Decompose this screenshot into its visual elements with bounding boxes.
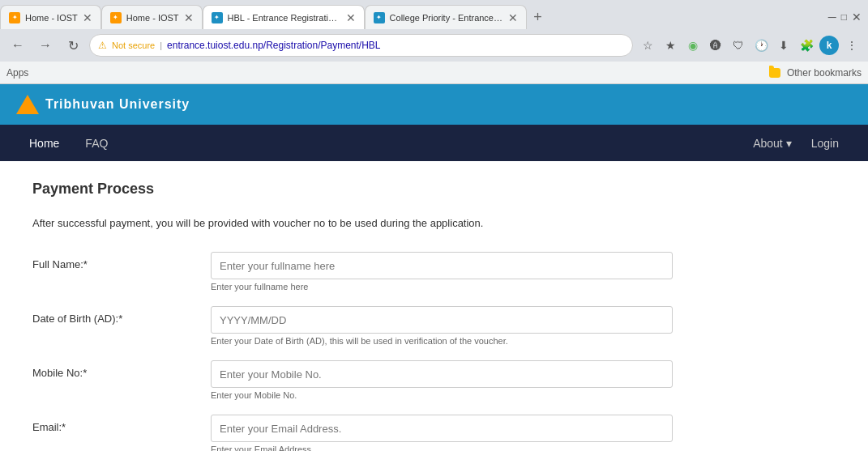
browser-window: ✦ Home - IOST ✕ ✦ Home - IOST ✕ ✦ HBL - … [0,0,868,84]
page-wrapper: Tribhuvan University Home FAQ About ▾ Lo… [0,84,868,451]
other-bookmarks[interactable]: Other bookmarks [769,67,862,79]
tab-1[interactable]: ✦ Home - IOST ✕ [0,5,101,29]
tab-4-title: College Priority - Entrance Regis… [390,13,503,23]
mobile-label: Mobile No:* [32,360,211,379]
bookmark-page-icon[interactable]: ☆ [638,36,657,55]
url-text: entrance.tuiost.edu.np/Registration/Paym… [167,40,624,51]
tab-3-favicon: ✦ [212,12,223,23]
extension2-icon[interactable]: 🅐 [706,36,725,55]
mobile-group: Mobile No:* Enter your Mobile No. [32,360,836,400]
browser-toolbar: ☆ ★ ◉ 🅐 🛡 🕐 ⬇ 🧩 k ⋮ [638,36,862,55]
nav-home[interactable]: Home [16,125,72,161]
content-area: Payment Process After successful payment… [0,161,868,451]
mobile-input[interactable] [211,360,673,388]
nav-about[interactable]: About ▾ [746,125,798,161]
extension-icon[interactable]: ◉ [683,36,703,55]
tab-2-favicon: ✦ [110,12,122,23]
dob-group: Date of Birth (AD):* Enter your Date of … [32,306,836,346]
dob-hint: Enter your Date of Birth (AD), this will… [211,336,836,346]
nav-about-chevron: ▾ [786,137,792,150]
reload-button[interactable]: ↻ [62,34,84,57]
email-input[interactable] [211,415,673,442]
minimize-button[interactable]: ─ [828,11,836,23]
fullname-group: Full Name:* Enter your fullname here [32,252,836,291]
bookmark-star-icon[interactable]: ★ [661,36,680,55]
page-title: Payment Process [32,181,836,198]
tab-1-favicon: ✦ [9,12,20,23]
tab-3-title: HBL - Entrance Registration App… [228,13,341,23]
tab-4-close[interactable]: ✕ [508,11,518,24]
other-bookmarks-label: Other bookmarks [787,67,862,79]
address-bar: ← → ↻ ⚠ Not secure | entrance.tuiost.edu… [0,29,868,62]
back-button[interactable]: ← [6,34,29,57]
tab-1-close[interactable]: ✕ [83,11,92,24]
nav-bar: Home FAQ About ▾ Login [0,125,868,161]
dob-label: Date of Birth (AD):* [32,306,211,325]
tab-3[interactable]: ✦ HBL - Entrance Registration App… ✕ [203,5,365,29]
new-tab-button[interactable]: + [527,5,549,29]
url-separator: | [160,40,162,50]
not-secure-label: Not secure [112,40,155,50]
url-bar[interactable]: ⚠ Not secure | entrance.tuiost.edu.np/Re… [89,34,633,57]
profile-icon[interactable]: k [819,36,839,55]
close-button[interactable]: ✕ [852,11,862,23]
mobile-hint: Enter your Mobile No. [211,390,836,400]
bookmark-folder-icon [769,68,780,78]
shield-icon[interactable]: 🛡 [729,36,748,55]
history-icon[interactable]: 🕐 [751,36,771,55]
email-group: Email:* Enter your Email Address. [32,415,836,451]
extensions-icon[interactable]: 🧩 [797,36,816,55]
logo-triangle-icon [16,95,39,114]
apps-label: Apps [6,67,28,79]
site-logo: Tribhuvan University [16,95,190,114]
dob-input[interactable] [211,306,673,334]
fullname-field: Enter your fullname here [211,252,836,291]
fullname-hint: Enter your fullname here [211,282,836,291]
nav-login[interactable]: Login [798,125,852,161]
logo-text: Tribhuvan University [45,97,190,112]
bookmarks-bar: Apps Other bookmarks [0,62,868,84]
fullname-label: Full Name:* [32,252,211,270]
tab-3-close[interactable]: ✕ [346,11,356,24]
tab-1-title: Home - IOST [25,13,78,23]
security-icon: ⚠ [98,40,107,51]
forward-button[interactable]: → [34,34,57,57]
fullname-input[interactable] [211,252,673,279]
download-icon[interactable]: ⬇ [774,36,793,55]
nav-about-label: About [753,137,783,150]
tab-bar: ✦ Home - IOST ✕ ✦ Home - IOST ✕ ✦ HBL - … [0,0,868,29]
tab-2[interactable]: ✦ Home - IOST ✕ [101,5,203,29]
tab-4[interactable]: ✦ College Priority - Entrance Regis… ✕ [365,5,527,29]
email-label: Email:* [32,415,211,433]
email-field: Enter your Email Address. [211,415,836,451]
info-text: After successful payment, you will be pr… [32,217,836,229]
maximize-button[interactable]: □ [841,11,847,23]
mobile-field: Enter your Mobile No. [211,360,836,400]
nav-faq[interactable]: FAQ [72,125,121,161]
menu-icon[interactable]: ⋮ [842,36,862,55]
tab-2-title: Home - IOST [126,13,179,23]
email-hint: Enter your Email Address. [211,445,836,451]
tab-2-close[interactable]: ✕ [184,11,194,24]
site-header: Tribhuvan University [0,84,868,125]
dob-field: Enter your Date of Birth (AD), this will… [211,306,836,346]
tab-4-favicon: ✦ [374,12,385,23]
